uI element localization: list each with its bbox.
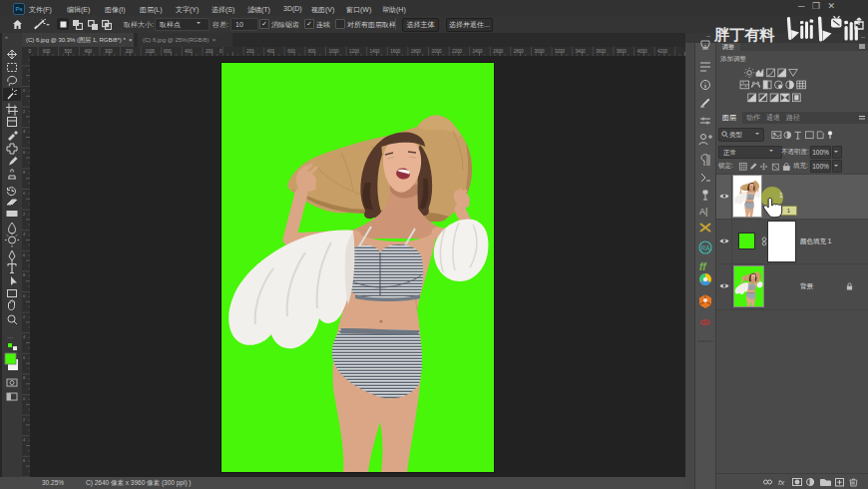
svg-text:1000: 1000 (328, 49, 339, 54)
svg-text:ff: ff (699, 261, 707, 272)
svg-text:400: 400 (85, 49, 93, 54)
svg-text:4000: 4000 (637, 49, 648, 54)
svg-text:600: 600 (164, 49, 172, 54)
svg-text:fx: fx (778, 478, 785, 487)
svg-text:2400: 2400 (473, 49, 484, 54)
svg-text:RA: RA (701, 244, 711, 251)
svg-text:800: 800 (308, 49, 316, 54)
svg-text:1400: 1400 (370, 49, 381, 54)
svg-text:2600: 2600 (493, 49, 504, 54)
svg-text:A|: A| (699, 207, 707, 217)
svg-text:3400: 3400 (576, 49, 587, 54)
svg-text:3600: 3600 (596, 49, 607, 54)
svg-text:»: » (5, 34, 8, 40)
svg-text:3000: 3000 (534, 49, 545, 54)
svg-text:···: ··· (7, 334, 13, 340)
svg-text:4200: 4200 (657, 49, 668, 54)
svg-text:400: 400 (185, 49, 193, 54)
svg-text:600: 600 (43, 49, 51, 54)
svg-text:200: 200 (246, 49, 254, 54)
svg-text:1800: 1800 (411, 49, 422, 54)
svg-text:200: 200 (206, 49, 214, 54)
svg-text:200: 200 (126, 49, 134, 54)
svg-text:600: 600 (287, 49, 295, 54)
svg-text:2000: 2000 (431, 49, 442, 54)
svg-text:3200: 3200 (555, 49, 566, 54)
svg-text:1600: 1600 (390, 49, 401, 54)
svg-text:3800: 3800 (617, 49, 628, 54)
svg-text:300: 300 (105, 49, 113, 54)
svg-text:2800: 2800 (514, 49, 525, 54)
svg-text:500: 500 (65, 49, 73, 54)
svg-text:1200: 1200 (349, 49, 360, 54)
svg-text:400: 400 (267, 49, 275, 54)
svg-text:2200: 2200 (452, 49, 463, 54)
